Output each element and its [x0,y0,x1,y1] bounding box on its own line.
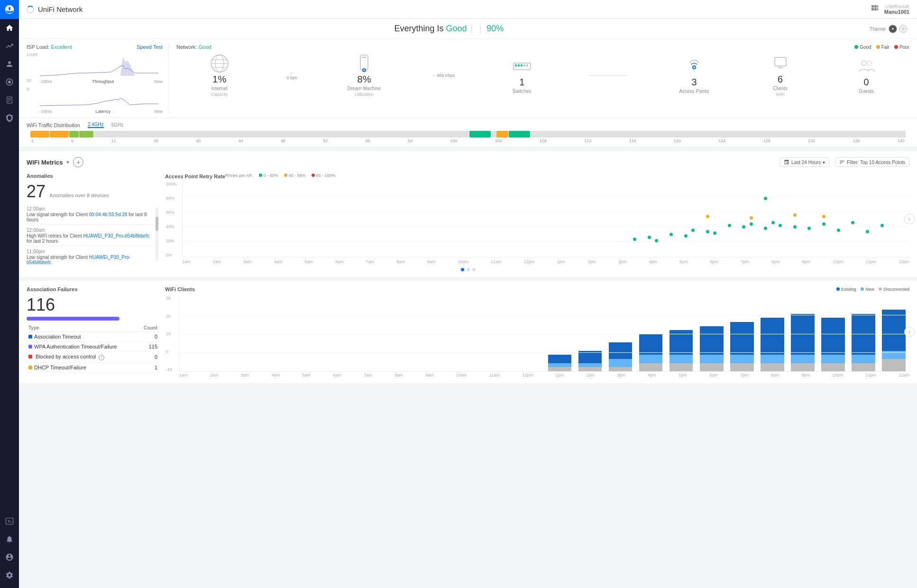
sidebar-item-stats[interactable] [0,37,19,55]
guests-count: 0 [864,77,869,88]
bar-new [639,355,663,363]
status-percentage: 90% [480,24,504,34]
clients-y-labels: 3020100-10 [166,296,172,372]
gap2 [491,131,496,138]
dm-sublabel: Utilization [355,92,374,97]
bar-disconnected [669,363,693,371]
time-filter-btn[interactable]: Last 24 Hours ▾ [779,157,829,167]
scatter-dot [728,224,731,227]
wifi-clients-header: WiFi Clients Existing New Disconnected [165,286,909,292]
theme-dark-btn[interactable]: ● [889,25,897,33]
latency-label: Latency [95,109,110,114]
svg-rect-30 [775,57,786,66]
wifi-clients-panel: WiFi Clients Existing New Disconnected 3… [165,286,909,377]
svg-rect-24 [518,64,520,66]
speed-test-link[interactable]: Speed Test [137,44,163,50]
pg-dot-1[interactable] [461,268,464,271]
sidebar-item-reports[interactable] [0,91,19,109]
scatter-dot [764,227,767,230]
network-overview: ISP Load: Excellent Speed Test 120M 50 [19,39,917,118]
bar-disconnected [761,363,784,371]
anomaly-link-2[interactable]: HUAWEI_P30_Pro-b54b8bbefc [27,255,130,265]
retry-chevron-btn[interactable]: › [904,214,915,224]
sidebar-item-shield[interactable] [0,109,19,127]
assoc-progress-bar [27,317,119,321]
add-widget-btn[interactable]: + [73,157,83,167]
retry-title: Access Point Retry Rate [165,174,225,179]
fair-dot [876,45,880,49]
ret-leg-1 [284,174,287,177]
sidebar-logo[interactable] [0,0,19,19]
ret-leg-2 [312,174,315,177]
anomalies-title: Anomalies [27,173,159,179]
ch11-bar-a [69,131,79,138]
theme-area: Theme ● ○ [870,25,908,33]
bar-disconnected [609,367,633,371]
bar-existing [882,310,906,351]
anomalies-list[interactable]: 12:00am Low signal strength for Client 0… [27,203,159,265]
switches-count: 1 [519,77,524,88]
bottom-spacer [19,383,917,393]
clients-sublabel: WiFi [776,92,785,97]
filter-btn[interactable]: Filter: Top 10 Access Points [835,157,909,167]
gap-bar [94,131,469,138]
bar-disconnected [882,359,906,371]
bar-existing [821,318,845,355]
sidebar-item-users[interactable] [0,55,19,73]
theme-toggle: ● ○ [889,25,908,33]
bar-existing [548,355,572,363]
bottom-two-col: Association Failures 116 Type Count [27,286,909,377]
sidebar-item-home[interactable] [0,19,19,37]
throughput-y: 120M [27,52,37,57]
pg-dot-3[interactable] [472,268,476,271]
info-icon-access-control[interactable]: i [99,355,104,360]
wifi-clients-title: WiFi Clients [165,286,195,292]
clients-chevron-btn[interactable]: › [904,327,915,337]
sidebar-item-circle[interactable] [0,73,19,91]
bar-disconnected [700,363,724,371]
scatter-dot [837,229,840,232]
ap-count: 3 [691,77,697,88]
assoc-table: Type Count Association Timeout 0 WPA Aut… [27,324,159,373]
svg-rect-11 [871,8,874,10]
device-guests: 0 Guests [847,57,885,94]
latency-x1: -24hrs [40,109,52,114]
internet-count: 1% [212,74,226,85]
wifi-distribution: WiFi Traffic Distribution 2.4GHz 5GHz [19,118,917,147]
device-dream-machine: 8% Dream Machine Utilization [345,54,383,97]
sidebar-item-terminal[interactable] [0,512,19,530]
anomaly-1: 12:00am High WiFi retries for Client HUA… [27,225,154,246]
sidebar-item-profile[interactable] [0,548,19,566]
bar-existing [700,326,724,355]
band-5ghz[interactable]: 5GHz [111,122,124,128]
time-filter-arrow: ▾ [823,160,825,165]
bar-disconnected [578,367,602,371]
scroll-thumb[interactable] [156,217,158,231]
theme-light-btn[interactable]: ○ [899,25,908,33]
dropdown-arrow[interactable]: ▾ [66,159,69,165]
grid-icon[interactable] [871,5,879,14]
anomalies-panel: Anomalies 27 Anomalies over 8 devices 12… [27,173,159,265]
anomaly-link-0[interactable]: 00:04:4b:55:5d:28 [89,212,128,217]
row3-count: 1 [138,362,159,372]
band-24ghz[interactable]: 2.4GHz [88,122,104,128]
scatter-dot-orange [750,216,753,220]
sidebar-item-settings[interactable] [0,566,19,584]
ap-label: Access Points [679,89,709,94]
clients-icon [771,54,790,73]
anomaly-link-1[interactable]: HUAWEI_P30_Pro-b54b8bbefc [83,233,149,239]
loading-spinner [27,6,34,13]
disconnected-dot [879,287,882,291]
topbar: UniFi Network USERNAME Manu1001 [19,0,917,19]
clients-label: Clients [773,86,788,91]
pg-dot-2[interactable] [467,268,470,271]
user-info: USERNAME Manu1001 [884,4,909,15]
bar-new [578,363,602,368]
col-count: Count [138,324,159,332]
sidebar-item-notifications[interactable] [0,530,19,548]
row1-dot [28,345,32,349]
switches-label: Switches [513,89,532,94]
existing-dot [836,287,840,291]
dm-label: Dream Machine [348,86,381,91]
scatter-dot [713,231,716,235]
